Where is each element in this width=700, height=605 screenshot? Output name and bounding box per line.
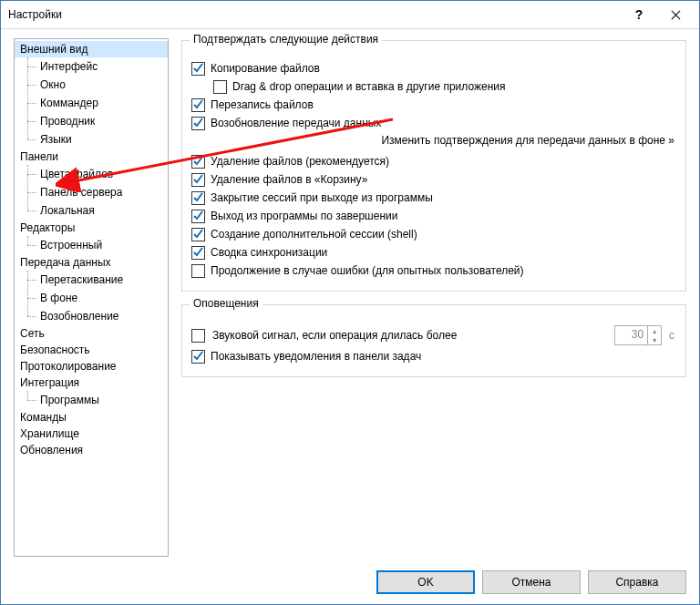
category-tree[interactable]: Внешний видИнтерфейсОкноКоммандерПроводн… bbox=[14, 38, 169, 557]
confirm-label: Перезапись файлов bbox=[211, 97, 314, 112]
confirm-checkbox[interactable] bbox=[191, 173, 205, 187]
confirm-checkbox[interactable] bbox=[191, 228, 205, 241]
tree-item[interactable]: Программы bbox=[15, 391, 168, 409]
confirm-row: Продолжение в случае ошибки (для опытных… bbox=[191, 263, 674, 278]
tree-group-label[interactable]: Команды bbox=[15, 409, 168, 426]
tree-item[interactable]: Языки bbox=[15, 130, 168, 149]
confirm-checkbox[interactable] bbox=[191, 191, 205, 205]
tree-item[interactable]: Цвета файлов bbox=[15, 165, 168, 183]
spinner-down-icon[interactable]: ▼ bbox=[648, 335, 661, 344]
tree-group-label[interactable]: Протоколирование bbox=[15, 358, 168, 374]
confirm-row: Возобновление передачи данных bbox=[191, 116, 674, 130]
ok-button[interactable]: OK bbox=[376, 570, 475, 594]
tree-item[interactable]: В фоне bbox=[15, 289, 168, 307]
close-icon bbox=[671, 10, 681, 20]
confirm-checkbox[interactable] bbox=[191, 210, 205, 223]
tree-group-label[interactable]: Внешний вид bbox=[15, 41, 168, 57]
bg-transfer-confirm-link[interactable]: Изменить подтверждения для передачи данн… bbox=[191, 134, 674, 147]
tree-item[interactable]: Окно bbox=[15, 76, 168, 94]
confirm-label: Сводка синхронизации bbox=[211, 245, 327, 260]
notifications-groupbox: Оповещения Звуковой сигнал, если операци… bbox=[181, 304, 686, 377]
tree-group-label[interactable]: Обновления bbox=[15, 442, 168, 458]
confirm-checkbox[interactable] bbox=[191, 264, 205, 278]
confirm-checkbox[interactable] bbox=[213, 80, 227, 94]
confirm-row: Закрытие сессий при выходе из программы bbox=[191, 190, 674, 205]
sound-checkbox[interactable] bbox=[191, 329, 205, 343]
confirm-label: Продолжение в случае ошибки (для опытных… bbox=[211, 263, 524, 278]
sound-unit: с bbox=[669, 329, 674, 342]
tree-item[interactable]: Перетаскивание bbox=[15, 271, 168, 289]
tree-group-label[interactable]: Редакторы bbox=[15, 220, 168, 236]
notifications-legend: Оповещения bbox=[190, 297, 262, 310]
confirm-checkbox[interactable] bbox=[191, 117, 205, 130]
tree-item[interactable]: Панель сервера bbox=[15, 183, 168, 201]
confirm-label: Выход из программы по завершении bbox=[211, 209, 397, 223]
confirm-label: Возобновление передачи данных bbox=[211, 116, 381, 130]
tree-item[interactable]: Коммандер bbox=[15, 94, 168, 112]
balloon-row: Показывать уведомления в панели задач bbox=[191, 349, 674, 364]
settings-window: Настройки ? Внешний видИнтерфейсОкноКомм… bbox=[0, 0, 700, 605]
confirm-row: Сводка синхронизации bbox=[191, 245, 674, 260]
spinner-up-icon[interactable]: ▲ bbox=[648, 326, 661, 335]
tree-item[interactable]: Интерфейс bbox=[15, 57, 168, 76]
confirm-checkbox[interactable] bbox=[191, 98, 205, 112]
tree-group-label[interactable]: Панели bbox=[15, 149, 168, 165]
close-button[interactable] bbox=[657, 2, 694, 27]
tree-group-label[interactable]: Безопасность bbox=[15, 342, 168, 358]
cancel-button[interactable]: Отмена bbox=[482, 570, 581, 594]
balloon-label: Показывать уведомления в панели задач bbox=[211, 349, 421, 364]
confirm-row: Перезапись файлов bbox=[191, 97, 674, 112]
tree-group-label[interactable]: Интеграция bbox=[15, 374, 168, 391]
tree-item[interactable]: Встроенный bbox=[15, 236, 168, 254]
tree-item[interactable]: Возобновление bbox=[15, 307, 168, 325]
help-button[interactable]: Справка bbox=[588, 570, 686, 594]
tree-group-label[interactable]: Сеть bbox=[15, 325, 168, 342]
confirm-row: Drag & drop операции и вставка в другие … bbox=[213, 79, 674, 94]
sound-label: Звуковой сигнал, если операция длилась б… bbox=[212, 328, 457, 343]
confirm-row: Удаление файлов (рекомендуется) bbox=[191, 154, 674, 169]
help-icon[interactable]: ? bbox=[621, 2, 657, 27]
confirm-row: Копирование файлов bbox=[191, 61, 674, 76]
confirm-label: Закрытие сессий при выходе из программы bbox=[211, 190, 433, 205]
confirm-checkbox[interactable] bbox=[191, 62, 205, 76]
confirm-label: Удаление файлов в «Корзину» bbox=[211, 172, 367, 187]
tree-group-label[interactable]: Передача данных bbox=[15, 254, 168, 271]
confirm-label: Создание дополнительной сессии (shell) bbox=[211, 227, 417, 241]
confirm-row: Удаление файлов в «Корзину» bbox=[191, 172, 674, 187]
content-pane: Подтверждать следующие действия Копирова… bbox=[181, 38, 686, 557]
confirm-checkbox[interactable] bbox=[191, 246, 205, 260]
window-title: Настройки bbox=[8, 8, 621, 21]
sound-seconds-value: 30 bbox=[615, 326, 647, 344]
confirm-label: Drag & drop операции и вставка в другие … bbox=[232, 79, 505, 94]
confirm-checkbox[interactable] bbox=[191, 155, 205, 169]
titlebar: Настройки ? bbox=[1, 1, 699, 29]
sound-seconds-spinner[interactable]: 30 ▲ ▼ bbox=[614, 325, 662, 345]
confirm-row: Выход из программы по завершении bbox=[191, 209, 674, 223]
tree-item[interactable]: Проводник bbox=[15, 112, 168, 130]
confirm-row: Создание дополнительной сессии (shell) bbox=[191, 227, 674, 241]
confirm-label: Копирование файлов bbox=[211, 61, 320, 76]
confirm-label: Удаление файлов (рекомендуется) bbox=[211, 154, 389, 169]
tree-group-label[interactable]: Хранилище bbox=[15, 426, 168, 442]
sound-row: Звуковой сигнал, если операция длилась б… bbox=[191, 325, 674, 345]
button-bar: OK Отмена Справка bbox=[1, 560, 699, 604]
confirm-legend: Подтверждать следующие действия bbox=[190, 33, 382, 46]
tree-item[interactable]: Локальная bbox=[15, 201, 168, 220]
confirm-groupbox: Подтверждать следующие действия Копирова… bbox=[181, 40, 686, 292]
balloon-checkbox[interactable] bbox=[191, 350, 205, 364]
spinner-buttons[interactable]: ▲ ▼ bbox=[647, 326, 661, 344]
